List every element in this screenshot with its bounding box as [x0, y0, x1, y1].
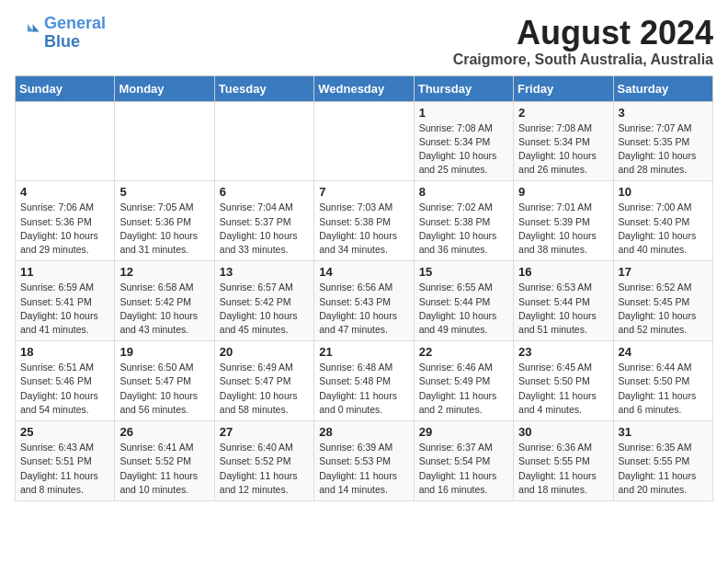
day-number: 22 [419, 345, 508, 359]
calendar-cell: 6Sunrise: 7:04 AMSunset: 5:37 PMDaylight… [214, 181, 313, 261]
calendar-cell: 12Sunrise: 6:58 AMSunset: 5:42 PMDayligh… [115, 261, 214, 341]
day-info: Sunrise: 7:03 AMSunset: 5:38 PMDaylight:… [319, 201, 408, 257]
calendar-cell: 7Sunrise: 7:03 AMSunset: 5:38 PMDaylight… [314, 181, 414, 261]
calendar-header-friday: Friday [514, 75, 613, 101]
calendar-cell: 25Sunrise: 6:43 AMSunset: 5:51 PMDayligh… [16, 421, 115, 501]
day-number: 25 [20, 425, 109, 439]
day-info: Sunrise: 6:36 AMSunset: 5:55 PMDaylight:… [518, 441, 608, 497]
calendar-cell: 15Sunrise: 6:55 AMSunset: 5:44 PMDayligh… [414, 261, 513, 341]
day-number: 27 [220, 425, 309, 439]
day-number: 14 [319, 265, 408, 279]
day-number: 5 [119, 185, 209, 199]
calendar-cell [16, 101, 115, 181]
day-info: Sunrise: 6:52 AMSunset: 5:45 PMDaylight:… [619, 281, 708, 337]
day-info: Sunrise: 7:05 AMSunset: 5:36 PMDaylight:… [119, 201, 209, 257]
calendar-header-saturday: Saturday [613, 75, 712, 101]
day-info: Sunrise: 7:00 AMSunset: 5:40 PMDaylight:… [619, 201, 708, 257]
logo: General Blue [15, 15, 106, 52]
calendar-cell: 31Sunrise: 6:35 AMSunset: 5:55 PMDayligh… [613, 421, 712, 501]
calendar-cell: 11Sunrise: 6:59 AMSunset: 5:41 PMDayligh… [16, 261, 115, 341]
day-info: Sunrise: 6:37 AMSunset: 5:54 PMDaylight:… [419, 441, 508, 497]
day-info: Sunrise: 6:48 AMSunset: 5:48 PMDaylight:… [319, 361, 408, 417]
day-info: Sunrise: 6:51 AMSunset: 5:46 PMDaylight:… [20, 361, 109, 417]
calendar-cell: 17Sunrise: 6:52 AMSunset: 5:45 PMDayligh… [613, 261, 712, 341]
calendar-cell: 24Sunrise: 6:44 AMSunset: 5:50 PMDayligh… [613, 341, 712, 421]
svg-marker-0 [33, 24, 40, 31]
calendar-cell: 10Sunrise: 7:00 AMSunset: 5:40 PMDayligh… [613, 181, 712, 261]
calendar-week-3: 11Sunrise: 6:59 AMSunset: 5:41 PMDayligh… [16, 261, 713, 341]
day-info: Sunrise: 6:40 AMSunset: 5:52 PMDaylight:… [220, 441, 309, 497]
day-info: Sunrise: 7:08 AMSunset: 5:34 PMDaylight:… [518, 121, 608, 178]
calendar-cell: 23Sunrise: 6:45 AMSunset: 5:50 PMDayligh… [514, 341, 613, 421]
page-header: General Blue August 2024 Craigmore, Sout… [15, 15, 713, 68]
calendar-cell: 4Sunrise: 7:06 AMSunset: 5:36 PMDaylight… [16, 181, 115, 261]
calendar-header-wednesday: Wednesday [314, 75, 414, 101]
calendar-cell: 20Sunrise: 6:49 AMSunset: 5:47 PMDayligh… [214, 341, 313, 421]
calendar-cell: 27Sunrise: 6:40 AMSunset: 5:52 PMDayligh… [214, 421, 313, 501]
logo-line2: Blue [44, 32, 80, 51]
day-number: 11 [20, 265, 109, 279]
day-info: Sunrise: 6:55 AMSunset: 5:44 PMDaylight:… [419, 281, 508, 337]
calendar-cell: 8Sunrise: 7:02 AMSunset: 5:38 PMDaylight… [414, 181, 513, 261]
day-info: Sunrise: 7:04 AMSunset: 5:37 PMDaylight:… [220, 201, 309, 257]
day-number: 12 [119, 265, 209, 279]
calendar-cell [214, 101, 313, 181]
calendar-cell [115, 101, 214, 181]
calendar-cell: 13Sunrise: 6:57 AMSunset: 5:42 PMDayligh… [214, 261, 313, 341]
calendar-cell: 30Sunrise: 6:36 AMSunset: 5:55 PMDayligh… [514, 421, 613, 501]
day-info: Sunrise: 6:39 AMSunset: 5:53 PMDaylight:… [319, 441, 408, 497]
day-info: Sunrise: 6:44 AMSunset: 5:50 PMDaylight:… [619, 361, 708, 417]
calendar-cell: 14Sunrise: 6:56 AMSunset: 5:43 PMDayligh… [314, 261, 414, 341]
title-block: August 2024 Craigmore, South Australia, … [453, 15, 713, 68]
day-number: 9 [518, 185, 608, 199]
day-number: 15 [419, 265, 508, 279]
day-info: Sunrise: 7:07 AMSunset: 5:35 PMDaylight:… [619, 121, 708, 178]
calendar-cell: 16Sunrise: 6:53 AMSunset: 5:44 PMDayligh… [514, 261, 613, 341]
calendar-table: SundayMondayTuesdayWednesdayThursdayFrid… [15, 75, 713, 501]
calendar-header-row: SundayMondayTuesdayWednesdayThursdayFrid… [16, 75, 713, 101]
day-info: Sunrise: 6:57 AMSunset: 5:42 PMDaylight:… [220, 281, 309, 337]
calendar-cell: 21Sunrise: 6:48 AMSunset: 5:48 PMDayligh… [314, 341, 414, 421]
calendar-week-4: 18Sunrise: 6:51 AMSunset: 5:46 PMDayligh… [16, 341, 713, 421]
day-number: 30 [518, 425, 608, 439]
calendar-cell: 28Sunrise: 6:39 AMSunset: 5:53 PMDayligh… [314, 421, 414, 501]
day-number: 31 [619, 425, 708, 439]
day-info: Sunrise: 6:50 AMSunset: 5:47 PMDaylight:… [119, 361, 209, 417]
day-info: Sunrise: 6:58 AMSunset: 5:42 PMDaylight:… [119, 281, 209, 337]
calendar-cell [314, 101, 414, 181]
page-title: August 2024 [453, 15, 713, 52]
day-number: 1 [419, 106, 508, 120]
day-number: 13 [220, 265, 309, 279]
calendar-cell: 5Sunrise: 7:05 AMSunset: 5:36 PMDaylight… [115, 181, 214, 261]
calendar-cell: 2Sunrise: 7:08 AMSunset: 5:34 PMDaylight… [514, 101, 613, 181]
day-number: 19 [119, 345, 209, 359]
logo-line1: General [44, 14, 106, 32]
calendar-cell: 1Sunrise: 7:08 AMSunset: 5:34 PMDaylight… [414, 101, 513, 181]
calendar-cell: 22Sunrise: 6:46 AMSunset: 5:49 PMDayligh… [414, 341, 513, 421]
calendar-cell: 29Sunrise: 6:37 AMSunset: 5:54 PMDayligh… [414, 421, 513, 501]
calendar-cell: 3Sunrise: 7:07 AMSunset: 5:35 PMDaylight… [613, 101, 712, 181]
day-number: 8 [419, 185, 508, 199]
day-info: Sunrise: 7:02 AMSunset: 5:38 PMDaylight:… [419, 201, 508, 257]
day-number: 6 [220, 185, 309, 199]
page-subtitle: Craigmore, South Australia, Australia [453, 52, 713, 68]
day-number: 21 [319, 345, 408, 359]
calendar-week-2: 4Sunrise: 7:06 AMSunset: 5:36 PMDaylight… [16, 181, 713, 261]
day-info: Sunrise: 6:46 AMSunset: 5:49 PMDaylight:… [419, 361, 508, 417]
day-info: Sunrise: 6:41 AMSunset: 5:52 PMDaylight:… [119, 441, 209, 497]
day-number: 17 [619, 265, 708, 279]
calendar-cell: 9Sunrise: 7:01 AMSunset: 5:39 PMDaylight… [514, 181, 613, 261]
logo-text: General Blue [44, 15, 106, 52]
day-number: 3 [619, 106, 708, 120]
day-info: Sunrise: 6:53 AMSunset: 5:44 PMDaylight:… [518, 281, 608, 337]
day-number: 28 [319, 425, 408, 439]
day-number: 16 [518, 265, 608, 279]
day-info: Sunrise: 6:45 AMSunset: 5:50 PMDaylight:… [518, 361, 608, 417]
day-number: 2 [518, 106, 608, 120]
day-info: Sunrise: 6:56 AMSunset: 5:43 PMDaylight:… [319, 281, 408, 337]
day-number: 4 [20, 185, 109, 199]
day-number: 18 [20, 345, 109, 359]
day-number: 24 [619, 345, 708, 359]
calendar-cell: 26Sunrise: 6:41 AMSunset: 5:52 PMDayligh… [115, 421, 214, 501]
day-info: Sunrise: 7:01 AMSunset: 5:39 PMDaylight:… [518, 201, 608, 257]
